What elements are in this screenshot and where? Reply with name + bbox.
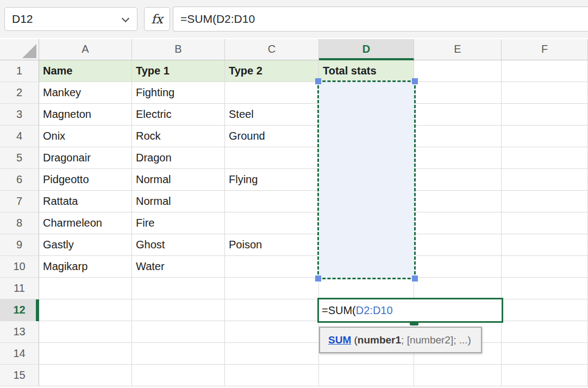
row-header-4[interactable]: 4 [0, 126, 39, 147]
cell-A1[interactable]: Name [39, 60, 132, 82]
cell-B14[interactable] [132, 343, 225, 365]
cell-F13[interactable] [502, 321, 588, 343]
selection-handle-top-left[interactable] [315, 78, 321, 84]
cell-F5[interactable] [502, 147, 588, 169]
select-all-corner[interactable] [0, 39, 39, 60]
cell-B9[interactable]: Ghost [132, 234, 225, 256]
cell-E15[interactable] [414, 365, 502, 386]
cell-C5[interactable] [225, 147, 319, 169]
cell-E3[interactable] [414, 104, 502, 126]
cell-A9[interactable]: Gastly [39, 234, 132, 256]
cell-A14[interactable] [39, 343, 132, 365]
cell-A15[interactable] [39, 365, 132, 386]
name-box[interactable]: D12 [4, 7, 137, 31]
column-header-B[interactable]: B [132, 39, 225, 60]
row-header-13[interactable]: 13 [0, 321, 39, 343]
cell-editor-D12[interactable]: =SUM(D2:D10 [317, 298, 503, 323]
cell-B5[interactable]: Dragon [132, 147, 225, 169]
cell-A13[interactable] [39, 321, 132, 343]
cell-F3[interactable] [502, 104, 588, 126]
cell-C13[interactable] [225, 321, 319, 343]
cell-F6[interactable] [502, 169, 588, 191]
cell-B4[interactable]: Rock [132, 126, 225, 147]
cell-A4[interactable]: Onix [39, 126, 132, 147]
cell-C8[interactable] [225, 212, 319, 234]
cell-E8[interactable] [414, 212, 502, 234]
row-header-1[interactable]: 1 [0, 60, 39, 82]
cell-E9[interactable] [414, 234, 502, 256]
cell-F4[interactable] [502, 126, 588, 147]
selection-handle-top-right[interactable] [412, 78, 418, 84]
cell-C11[interactable] [225, 278, 319, 299]
row-header-10[interactable]: 10 [0, 256, 39, 278]
row-header-14[interactable]: 14 [0, 343, 39, 365]
row-header-8[interactable]: 8 [0, 212, 39, 234]
cell-D11[interactable] [319, 278, 414, 299]
cell-B6[interactable]: Normal [132, 169, 225, 191]
selection-handle-bottom-left[interactable] [315, 276, 321, 281]
cell-E4[interactable] [414, 126, 502, 147]
cell-C7[interactable] [225, 191, 319, 212]
cell-C10[interactable] [225, 256, 319, 278]
cell-F12[interactable] [502, 299, 588, 321]
row-header-11[interactable]: 11 [0, 278, 39, 299]
cell-E11[interactable] [414, 278, 502, 299]
cell-E6[interactable] [414, 169, 502, 191]
row-header-9[interactable]: 9 [0, 234, 39, 256]
cell-A6[interactable]: Pidgeotto [39, 169, 132, 191]
cell-A7[interactable]: Rattata [39, 191, 132, 212]
cell-B3[interactable]: Electric [132, 104, 225, 126]
cell-B7[interactable]: Normal [132, 191, 225, 212]
editor-grip[interactable] [410, 322, 418, 326]
cell-E2[interactable] [414, 82, 502, 104]
cell-B8[interactable]: Fire [132, 212, 225, 234]
cell-F7[interactable] [502, 191, 588, 212]
row-header-12[interactable]: 12 [0, 299, 39, 321]
column-header-F[interactable]: F [502, 39, 588, 60]
cell-C6[interactable]: Flying [225, 169, 319, 191]
column-header-A[interactable]: A [39, 39, 132, 60]
column-header-E[interactable]: E [414, 39, 502, 60]
cell-F9[interactable] [502, 234, 588, 256]
row-header-2[interactable]: 2 [0, 82, 39, 104]
cell-F11[interactable] [502, 278, 588, 299]
cell-E10[interactable] [414, 256, 502, 278]
cell-F8[interactable] [502, 212, 588, 234]
chevron-down-icon[interactable] [122, 15, 129, 22]
insert-function-button[interactable]: fx [144, 7, 170, 31]
cell-B11[interactable] [132, 278, 225, 299]
cell-C4[interactable]: Ground [225, 126, 319, 147]
sum-function-link[interactable]: SUM [328, 334, 351, 346]
formula-bar-input[interactable]: =SUM(D2:D10 [173, 7, 588, 32]
cell-F15[interactable] [502, 365, 588, 386]
cell-C15[interactable] [225, 365, 319, 386]
cell-D15[interactable] [319, 365, 414, 386]
row-header-5[interactable]: 5 [0, 147, 39, 169]
cell-A8[interactable]: Charmeleon [39, 212, 132, 234]
cell-C3[interactable]: Steel [225, 104, 319, 126]
cell-B12[interactable] [132, 299, 225, 321]
cell-B15[interactable] [132, 365, 225, 386]
cell-A3[interactable]: Magneton [39, 104, 132, 126]
cell-A10[interactable]: Magikarp [39, 256, 132, 278]
row-header-3[interactable]: 3 [0, 104, 39, 126]
cell-B1[interactable]: Type 1 [132, 60, 225, 82]
cell-F2[interactable] [502, 82, 588, 104]
cell-C14[interactable] [225, 343, 319, 365]
cell-A12[interactable] [39, 299, 132, 321]
column-header-D[interactable]: D [319, 39, 414, 60]
cell-F10[interactable] [502, 256, 588, 278]
cell-F1[interactable] [502, 60, 588, 82]
cell-A2[interactable]: Mankey [39, 82, 132, 104]
cell-E5[interactable] [414, 147, 502, 169]
selection-handle-bottom-right[interactable] [412, 276, 418, 281]
row-header-15[interactable]: 15 [0, 365, 39, 386]
cell-C1[interactable]: Type 2 [225, 60, 319, 82]
cell-A5[interactable]: Dragonair [39, 147, 132, 169]
cell-B2[interactable]: Fighting [132, 82, 225, 104]
cell-F14[interactable] [502, 343, 588, 365]
cell-B10[interactable]: Water [132, 256, 225, 278]
cell-C12[interactable] [225, 299, 319, 321]
cell-C9[interactable]: Poison [225, 234, 319, 256]
cell-A11[interactable] [39, 278, 132, 299]
